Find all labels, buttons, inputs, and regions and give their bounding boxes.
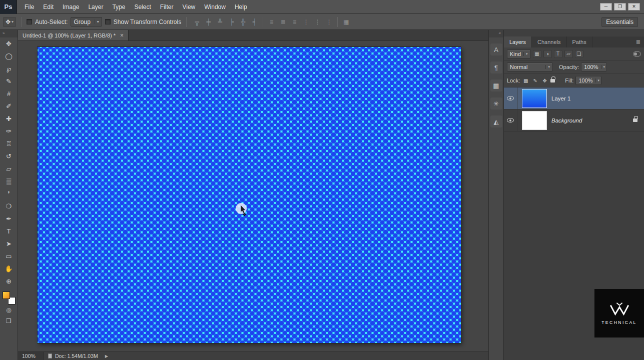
document-tab-bar: Untitled-1 @ 100% (Layer 1, RGB/8) * ×: [18, 30, 488, 41]
filter-kind-dropdown[interactable]: Kind ▾: [507, 50, 531, 58]
tab-layers[interactable]: Layers: [504, 36, 532, 48]
auto-align-layers-icon[interactable]: ▦: [341, 18, 351, 26]
show-transform-controls-checkbox[interactable]: [105, 19, 111, 24]
layer-thumbnail[interactable]: [522, 89, 547, 108]
close-icon[interactable]: ×: [120, 32, 124, 39]
blur-tool[interactable]: ❜: [2, 188, 17, 200]
chevron-down-icon: ▾: [545, 65, 550, 69]
restore-button[interactable]: ❐: [614, 3, 626, 10]
gradient-tool[interactable]: ▒: [2, 175, 17, 188]
document-canvas[interactable]: ✥: [38, 47, 461, 343]
panel-menu-icon[interactable]: ≣: [632, 36, 644, 48]
layer-thumbnail[interactable]: [522, 111, 547, 130]
menu-filter[interactable]: Filter: [156, 4, 178, 10]
menu-help[interactable]: Help: [230, 4, 252, 10]
zoom-level-field[interactable]: 100%: [18, 352, 44, 360]
opacity-dropdown[interactable]: 100% ▾: [581, 62, 607, 72]
blend-mode-dropdown[interactable]: Normal ▾: [507, 62, 553, 72]
layer-row-layer-1[interactable]: Layer 1: [504, 88, 644, 110]
workspace-switcher-button[interactable]: Essentials: [601, 17, 638, 27]
hand-tool[interactable]: ✋: [2, 262, 17, 275]
align-left-edges-icon[interactable]: ╞: [226, 18, 237, 26]
filter-type-layers-icon[interactable]: T: [554, 50, 562, 58]
screen-mode-icon[interactable]: ❒: [2, 316, 17, 326]
styles-panel-icon[interactable]: ◭: [490, 116, 502, 128]
active-tool-preset[interactable]: ✥ ▾: [3, 17, 16, 27]
visibility-toggle[interactable]: [504, 110, 517, 131]
quick-mask-icon[interactable]: ◎: [2, 304, 17, 316]
eyedropper-tool[interactable]: ✐: [2, 100, 17, 112]
align-bottom-edges-icon[interactable]: ╩: [215, 18, 225, 26]
align-vertical-centers-icon[interactable]: ╪: [203, 18, 214, 26]
align-top-edges-icon[interactable]: ╦: [192, 18, 202, 26]
menu-edit[interactable]: Edit: [39, 4, 58, 10]
align-horizontal-centers-icon[interactable]: ╬: [238, 18, 248, 26]
marquee-tool[interactable]: ◯: [2, 50, 17, 62]
status-options-arrow[interactable]: ▶: [105, 354, 108, 358]
menu-layer[interactable]: Layer: [84, 4, 108, 10]
filter-pixel-layers-icon[interactable]: ▦: [533, 50, 541, 58]
close-button[interactable]: ✕: [628, 3, 640, 10]
healing-brush-tool[interactable]: ✚: [2, 112, 17, 125]
pen-tool[interactable]: ✒: [2, 212, 17, 225]
layer-name[interactable]: Layer 1: [551, 96, 570, 102]
menu-image[interactable]: Image: [58, 4, 84, 10]
chevron-down-icon: ▾: [95, 20, 99, 24]
lock-all-icon[interactable]: [550, 79, 555, 82]
character-panel-icon[interactable]: A: [490, 44, 502, 56]
filter-shape-layers-icon[interactable]: ▱: [564, 50, 573, 58]
move-tool[interactable]: ✥: [2, 38, 17, 50]
lasso-tool[interactable]: ℘: [2, 62, 17, 75]
lock-transparent-pixels-icon[interactable]: ▩: [522, 78, 529, 84]
path-selection-tool[interactable]: ➤: [2, 238, 17, 250]
distribute-bottom-edges-icon[interactable]: ≡: [289, 18, 300, 26]
layer-row-background[interactable]: Background: [504, 110, 644, 132]
quick-selection-tool[interactable]: ✎: [2, 75, 17, 88]
fill-dropdown[interactable]: 100% ▾: [575, 76, 601, 85]
distribute-right-edges-icon[interactable]: ⋮: [324, 18, 334, 26]
menu-type[interactable]: Type: [108, 4, 130, 10]
tab-channels[interactable]: Channels: [532, 36, 566, 48]
auto-select-checkbox[interactable]: [27, 19, 32, 24]
menu-window[interactable]: Window: [200, 4, 230, 10]
distribute-horizontal-centers-icon[interactable]: ⋮: [312, 18, 323, 26]
history-brush-tool[interactable]: ↺: [2, 150, 17, 162]
eraser-tool[interactable]: ▱: [2, 162, 17, 175]
tab-paths[interactable]: Paths: [567, 36, 592, 48]
distribute-top-edges-icon[interactable]: ≡: [266, 18, 277, 26]
panels-collapse-grip[interactable]: «: [489, 30, 503, 38]
menu-view[interactable]: View: [178, 4, 200, 10]
crop-tool[interactable]: #: [2, 88, 17, 100]
paragraph-panel-icon[interactable]: ¶: [490, 62, 502, 74]
layer-name[interactable]: Background: [551, 118, 582, 124]
lock-image-pixels-icon[interactable]: ✎: [531, 78, 539, 84]
clone-stamp-tool[interactable]: ♖: [2, 138, 17, 150]
menu-select[interactable]: Select: [130, 4, 155, 10]
move-tool-icon: ✥: [6, 18, 11, 26]
zoom-tool[interactable]: ⊕: [2, 275, 17, 288]
menu-file[interactable]: File: [20, 4, 39, 10]
filter-adjustment-layers-icon[interactable]: ◑: [543, 50, 552, 58]
lock-label: Lock:: [507, 78, 520, 84]
brush-tool[interactable]: ✑: [2, 125, 17, 138]
watermark-text: TECHNICAL: [601, 320, 637, 325]
visibility-toggle[interactable]: [504, 88, 517, 109]
document-tab[interactable]: Untitled-1 @ 100% (Layer 1, RGB/8) * ×: [18, 30, 129, 40]
auto-select-target-dropdown[interactable]: Group ▾: [71, 17, 102, 26]
align-right-edges-icon[interactable]: ╡: [249, 18, 260, 26]
filtering-toggle-switch[interactable]: [633, 52, 641, 56]
tools-panel-collapse-grip[interactable]: »: [0, 30, 18, 38]
distribute-left-edges-icon[interactable]: ⋮: [301, 18, 311, 26]
separator: [263, 17, 263, 27]
distribute-vertical-centers-icon[interactable]: ≣: [278, 18, 288, 26]
rectangle-tool[interactable]: ▭: [2, 250, 17, 262]
filter-smart-objects-icon[interactable]: ❏: [575, 50, 583, 58]
minimize-button[interactable]: ─: [600, 3, 612, 10]
menu-bar: Ps File Edit Image Layer Type Select Fil…: [0, 0, 644, 14]
adjustments-panel-icon[interactable]: ✳: [490, 98, 502, 110]
foreground-color-swatch[interactable]: [3, 292, 10, 299]
dodge-tool[interactable]: ❍: [2, 200, 17, 212]
lock-position-icon[interactable]: ✥: [541, 78, 548, 84]
type-tool[interactable]: T: [2, 225, 17, 238]
swatches-panel-icon[interactable]: ▦: [490, 80, 502, 92]
